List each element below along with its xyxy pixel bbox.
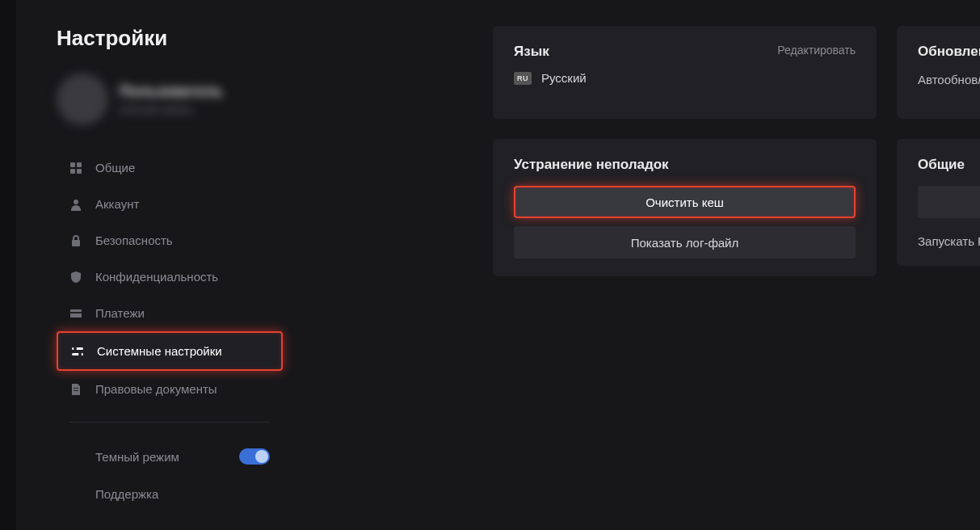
page-title: Настройки <box>57 26 283 51</box>
sidebar-item-label: Правовые документы <box>95 382 217 396</box>
moon-icon <box>69 450 82 463</box>
profile-subtitle: учетная запись <box>120 103 223 116</box>
language-edit-link[interactable]: Редактировать <box>777 44 856 57</box>
card-troubleshoot-title: Устранение неполадок <box>514 157 856 173</box>
sidebar-item-payments[interactable]: Платежи <box>57 295 283 331</box>
svg-point-10 <box>74 347 77 350</box>
language-badge: RU <box>514 72 532 85</box>
support-label: Поддержка <box>95 487 158 501</box>
sidebar-item-security[interactable]: Безопасность <box>57 222 283 259</box>
sidebar-item-privacy[interactable]: Конфиденциальность <box>57 259 283 295</box>
svg-point-11 <box>78 352 82 355</box>
card-icon <box>69 307 82 320</box>
app-rail <box>0 0 16 530</box>
card-language-title: Язык <box>514 44 549 60</box>
sidebar-item-label: Платежи <box>95 306 145 320</box>
svg-rect-12 <box>74 388 78 389</box>
document-icon <box>69 383 82 396</box>
card-general: Общие Запускать Р <box>897 139 980 266</box>
general-input[interactable] <box>918 186 980 218</box>
nav-divider <box>69 422 270 423</box>
sidebar-item-label: Аккаунт <box>95 197 139 211</box>
sidebar-item-label: Конфиденциальность <box>95 270 218 284</box>
profile-name: Пользователь <box>120 83 223 100</box>
toggle-knob <box>255 450 268 463</box>
launch-label: Запускать Р <box>918 234 980 248</box>
shield-icon <box>69 271 82 284</box>
lock-icon <box>69 234 82 247</box>
svg-rect-0 <box>70 162 75 167</box>
svg-rect-1 <box>77 162 82 167</box>
sidebar-item-general[interactable]: Общие <box>57 149 283 186</box>
settings-sidebar: Настройки Пользователь учетная запись Об… <box>57 26 283 512</box>
dark-mode-row: Темный режим <box>57 437 283 476</box>
svg-rect-13 <box>74 390 78 391</box>
grid-icon <box>69 162 82 175</box>
sidebar-item-account[interactable]: Аккаунт <box>57 186 283 222</box>
user-icon <box>69 198 82 211</box>
autoupdate-label: Автообновление <box>918 73 980 86</box>
avatar <box>57 74 108 125</box>
dark-mode-label: Темный режим <box>95 450 179 464</box>
show-log-button[interactable]: Показать лог-файл <box>514 226 856 259</box>
profile-info: Пользователь учетная запись <box>120 83 223 116</box>
dark-mode-toggle[interactable] <box>239 448 270 465</box>
card-language: Язык Редактировать RU Русский <box>493 26 877 119</box>
sliders-icon <box>71 345 84 358</box>
sidebar-item-label: Безопасность <box>95 233 173 247</box>
card-update-title: Обновление <box>918 44 980 60</box>
sidebar-item-label: Системные настройки <box>97 344 222 358</box>
svg-rect-2 <box>70 169 75 174</box>
clear-cache-button[interactable]: Очистить кеш <box>514 186 856 218</box>
sidebar-item-label: Общие <box>95 161 135 175</box>
sidebar-item-system-settings[interactable]: Системные настройки <box>57 331 283 371</box>
svg-rect-7 <box>70 312 82 313</box>
sidebar-item-support[interactable]: Поддержка <box>57 476 283 512</box>
card-update: Обновление Автообновление <box>897 26 980 119</box>
settings-nav: Общие Аккаунт Безопасность Конфиденциаль… <box>57 149 283 512</box>
sidebar-item-legal[interactable]: Правовые документы <box>57 371 283 407</box>
language-value: Русский <box>541 71 587 85</box>
profile-block[interactable]: Пользователь учетная запись <box>57 74 283 125</box>
card-troubleshoot: Устранение неполадок Очистить кеш Показа… <box>493 139 877 276</box>
svg-rect-3 <box>77 169 82 174</box>
card-general-title: Общие <box>918 157 980 173</box>
svg-point-4 <box>74 200 78 204</box>
language-row: RU Русский <box>514 71 856 85</box>
svg-rect-5 <box>72 240 80 246</box>
